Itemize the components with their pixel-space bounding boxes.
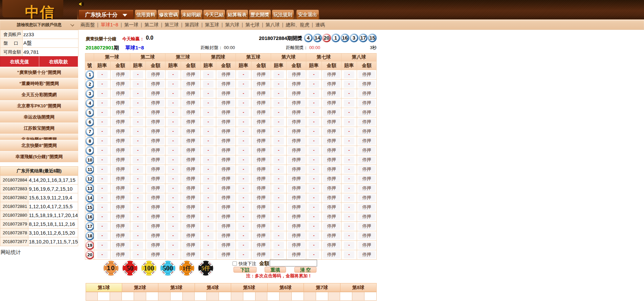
svg-text:10: 10: [107, 264, 115, 272]
svg-text:50: 50: [127, 264, 134, 272]
svg-text:1仟: 1仟: [182, 265, 191, 272]
svg-text:5仟: 5仟: [201, 265, 210, 272]
svg-text:100: 100: [144, 264, 154, 272]
svg-text:500: 500: [163, 264, 173, 272]
